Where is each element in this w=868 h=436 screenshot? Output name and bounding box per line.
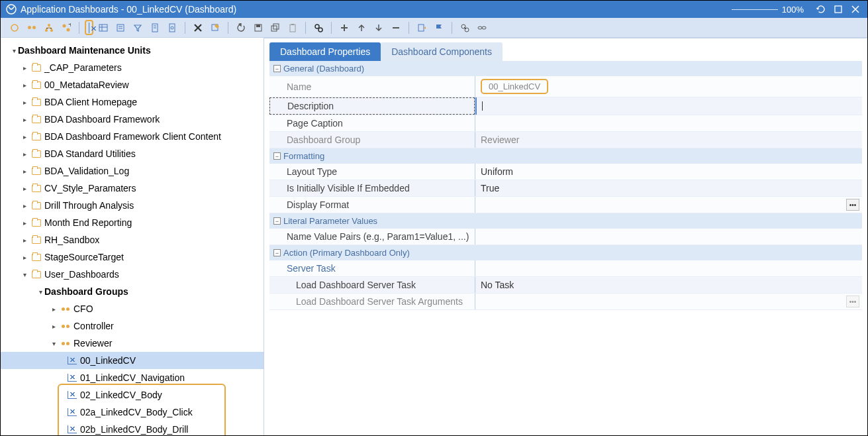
dashboard-chart-icon bbox=[67, 372, 77, 383]
tb-dots-icon[interactable] bbox=[24, 21, 39, 35]
tree-folder[interactable]: ▸BDA Standard Utilities bbox=[1, 145, 264, 162]
prop-visible-value[interactable]: True bbox=[475, 180, 862, 196]
more-button[interactable]: ••• bbox=[846, 296, 859, 307]
tb-undo-icon[interactable] bbox=[234, 21, 248, 35]
tree-folder[interactable]: ▸BDA Dashboard Framework Client Content bbox=[1, 128, 264, 145]
tb-doc-icon[interactable] bbox=[148, 21, 162, 35]
prop-description-value[interactable] bbox=[475, 97, 862, 115]
tb-link-icon[interactable] bbox=[458, 21, 472, 35]
tb-up-icon[interactable] bbox=[354, 21, 369, 35]
tb-table-icon[interactable] bbox=[96, 21, 111, 35]
window-title: Application Dashboards - 00_LinkedCV (Da… bbox=[21, 4, 732, 15]
collapse-icon[interactable]: − bbox=[273, 249, 281, 256]
tree-group[interactable]: ▸Controller bbox=[1, 317, 264, 335]
tree-folder[interactable]: ▸RH_Sandbox bbox=[1, 231, 264, 248]
tree-dashboard[interactable]: 01_LinkedCV_Navigation bbox=[1, 369, 264, 386]
tree-folder[interactable]: ▸BDA Client Homepage bbox=[1, 93, 264, 111]
tree-root[interactable]: ▾ Dashboard Maintenance Units bbox=[1, 42, 264, 59]
tb-saveall-icon[interactable] bbox=[268, 21, 283, 35]
tb-flag-icon[interactable] bbox=[432, 21, 446, 35]
tree-folder[interactable]: ▸BDA Dashboard Framework bbox=[1, 111, 264, 128]
expand-arrow-icon[interactable]: ▸ bbox=[21, 99, 28, 106]
prop-layout-value[interactable]: Uniform bbox=[475, 164, 862, 180]
maximize-icon[interactable] bbox=[832, 3, 845, 16]
prop-format-value[interactable]: ••• bbox=[475, 197, 862, 213]
tb-form-icon[interactable] bbox=[113, 21, 128, 35]
tb-group-icon[interactable]: + bbox=[59, 21, 73, 35]
prop-caption-value[interactable] bbox=[475, 115, 862, 131]
expand-arrow-icon[interactable]: ▸ bbox=[21, 254, 28, 261]
expand-arrow-icon[interactable]: ▸ bbox=[21, 64, 28, 72]
collapse-icon[interactable]: − bbox=[273, 65, 281, 72]
tb-delete-icon[interactable] bbox=[191, 21, 205, 35]
tab-dashboard-components[interactable]: Dashboard Components bbox=[381, 42, 503, 61]
expand-arrow-icon[interactable]: ▸ bbox=[21, 150, 28, 158]
expand-arrow-icon[interactable]: ▸ bbox=[50, 305, 58, 313]
tree-dashboard-groups[interactable]: ▾ Dashboard Groups bbox=[1, 283, 264, 300]
expand-arrow-icon[interactable]: ▸ bbox=[21, 168, 28, 175]
expand-arrow-icon[interactable]: ▾ bbox=[21, 271, 28, 278]
collapse-arrow-icon[interactable]: ▾ bbox=[10, 47, 18, 54]
prop-group-label: Dashboard Group bbox=[269, 132, 475, 148]
tb-edit-icon[interactable] bbox=[208, 21, 222, 35]
app-logo bbox=[6, 4, 17, 15]
svg-rect-18 bbox=[169, 24, 175, 32]
tb-clipboard-icon[interactable] bbox=[285, 21, 300, 35]
collapse-arrow-icon[interactable]: ▾ bbox=[36, 288, 44, 296]
group-general[interactable]: −General (Dashboard) bbox=[269, 61, 862, 76]
dashboard-chart-icon bbox=[67, 390, 77, 400]
close-icon[interactable] bbox=[849, 3, 862, 16]
svg-point-28 bbox=[318, 28, 322, 32]
expand-arrow-icon[interactable]: ▾ bbox=[50, 340, 58, 347]
tb-add-icon[interactable] bbox=[337, 21, 352, 35]
expand-arrow-icon[interactable]: ▸ bbox=[21, 237, 28, 244]
tree-dashboard[interactable]: 02a_LinkedCV_Body_Click bbox=[1, 404, 264, 421]
tree-folder[interactable]: ▸00_MetadataReview bbox=[1, 76, 264, 93]
expand-arrow-icon[interactable]: ▸ bbox=[21, 116, 28, 123]
expand-arrow-icon[interactable]: ▸ bbox=[21, 219, 28, 227]
tb-remove-icon[interactable] bbox=[389, 21, 403, 35]
tree-folder[interactable]: ▸StageSourceTarget bbox=[1, 248, 264, 266]
tb-hierarchy-icon[interactable] bbox=[42, 21, 56, 35]
expand-arrow-icon[interactable]: ▸ bbox=[21, 185, 28, 192]
collapse-icon[interactable]: − bbox=[273, 217, 281, 225]
expand-arrow-icon[interactable]: ▸ bbox=[21, 133, 28, 140]
chart-icon bbox=[89, 23, 89, 33]
tree-folder[interactable]: ▾User_Dashboards bbox=[1, 266, 264, 283]
tb-dashboard-highlighted[interactable] bbox=[85, 20, 93, 35]
more-button[interactable]: ••• bbox=[846, 199, 859, 211]
expand-arrow-icon[interactable]: ▸ bbox=[21, 82, 28, 89]
prop-lds-value[interactable]: No Task bbox=[475, 277, 862, 293]
tree-dashboard[interactable]: 02b_LinkedCV_Body_Drill bbox=[1, 421, 264, 435]
tree-dashboard[interactable]: 02_LinkedCV_Body bbox=[1, 386, 264, 404]
tb-find-icon[interactable] bbox=[311, 21, 326, 35]
group-literal[interactable]: −Literal Parameter Values bbox=[269, 213, 862, 229]
tab-dashboard-properties[interactable]: Dashboard Properties bbox=[269, 42, 381, 61]
tb-down-icon[interactable] bbox=[371, 21, 386, 35]
tb-filter-icon[interactable] bbox=[130, 21, 145, 35]
tree-group[interactable]: ▸CFO bbox=[1, 300, 264, 317]
prop-nvp-value[interactable] bbox=[475, 229, 862, 245]
tree-folder[interactable]: ▸Drill Through Analysis bbox=[1, 197, 264, 214]
tree-panel: ▾ Dashboard Maintenance Units ▸_CAP_Para… bbox=[1, 38, 264, 435]
tree-group[interactable]: ▾Reviewer bbox=[1, 335, 264, 352]
expand-arrow-icon[interactable]: ▸ bbox=[21, 202, 28, 209]
tb-doc2-icon[interactable] bbox=[165, 21, 179, 35]
tb-circle-icon[interactable] bbox=[7, 21, 22, 35]
tb-view-icon[interactable] bbox=[475, 21, 489, 35]
prop-lda-value[interactable]: ••• bbox=[475, 294, 862, 309]
zoom-control[interactable]: 100% bbox=[732, 5, 804, 15]
tree-folder[interactable]: ▸BDA_Validation_Log bbox=[1, 162, 264, 180]
group-formatting[interactable]: −Formatting bbox=[269, 148, 862, 164]
tb-export-icon[interactable] bbox=[414, 21, 429, 35]
tree-folder[interactable]: ▸CV_Style_Paramaters bbox=[1, 180, 264, 197]
tb-save-icon[interactable] bbox=[251, 21, 265, 35]
collapse-icon[interactable]: − bbox=[273, 152, 281, 160]
refresh-icon[interactable] bbox=[814, 3, 828, 16]
tree-folder[interactable]: ▸Month End Reporting bbox=[1, 214, 264, 231]
tree-folder[interactable]: ▸_CAP_Parameters bbox=[1, 59, 264, 76]
tree-dashboard[interactable]: 00_LinkedCV bbox=[1, 352, 264, 369]
svg-point-5 bbox=[50, 29, 53, 32]
expand-arrow-icon[interactable]: ▸ bbox=[50, 323, 58, 330]
group-action[interactable]: −Action (Primary Dashboard Only) bbox=[269, 245, 862, 260]
